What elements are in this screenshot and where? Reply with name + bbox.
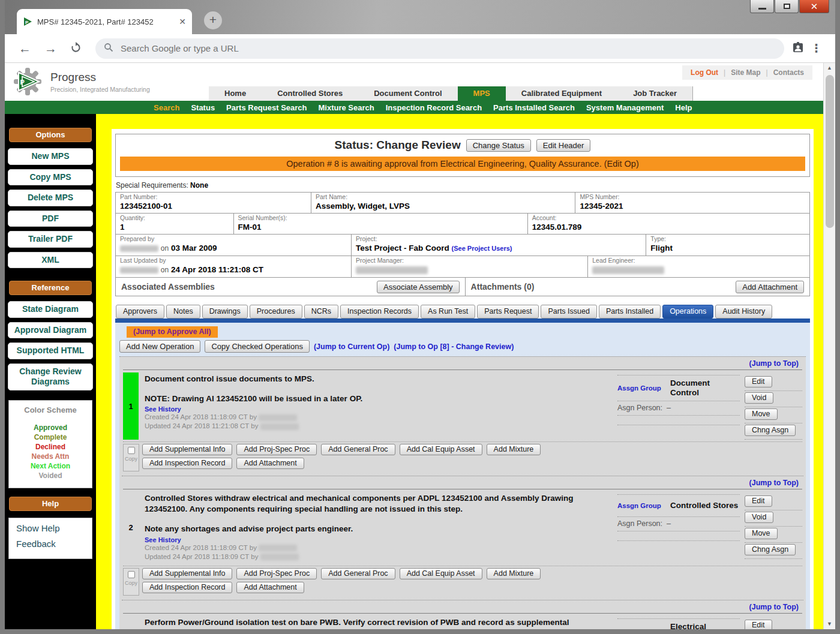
associate-assembly-button[interactable]: Associate Assembly: [377, 281, 460, 293]
copy-checked-operations-button[interactable]: Copy Checked Operations: [205, 340, 309, 353]
sidebar-trailer-pdf-button[interactable]: Trailer PDF: [8, 231, 93, 248]
copy-op-checkbox[interactable]: [128, 571, 135, 578]
add-mixture-button[interactable]: Add Mixture: [487, 568, 541, 579]
jump-current-op-link[interactable]: (Jump to Current Op): [314, 342, 389, 351]
add-new-operation-button[interactable]: Add New Operation: [119, 340, 200, 353]
add-proj-spec-proc-button[interactable]: Add Proj-Spec Proc: [236, 444, 317, 455]
sidebar-copy-mps-button[interactable]: Copy MPS: [8, 169, 93, 186]
url-bar[interactable]: [95, 38, 784, 59]
profile-icon[interactable]: [791, 41, 805, 56]
add-attachment-button[interactable]: Add Attachment: [736, 281, 804, 293]
assgn-group-link[interactable]: Assgn Group: [617, 502, 670, 509]
close-button[interactable]: ✕: [799, 0, 829, 13]
tab-close-icon[interactable]: ✕: [179, 17, 186, 26]
subnav-search[interactable]: Search: [154, 103, 179, 112]
sidebar-new-mps-button[interactable]: New MPS: [8, 148, 93, 165]
tab-inspection-records[interactable]: Inspection Records: [340, 305, 419, 318]
tab-approvers[interactable]: Approvers: [116, 305, 164, 318]
sidebar-change-review-diagrams-button[interactable]: Change Review Diagrams: [8, 363, 93, 390]
chng-asgn-button[interactable]: Chng Asgn: [745, 425, 796, 436]
assgn-group-link[interactable]: Assgn Group: [617, 384, 670, 392]
subnav-mixture-search[interactable]: Mixture Search: [319, 103, 374, 112]
jump-to-top-link[interactable]: (Jump to Top): [749, 603, 799, 611]
edit-op-link[interactable]: (Edit Op): [604, 159, 639, 169]
logout-link[interactable]: Log Out: [691, 68, 718, 77]
move-op-button[interactable]: Move: [745, 528, 778, 539]
browser-tab[interactable]: P MPS# 12345-2021, Part# 123452 ✕: [17, 9, 192, 34]
add-cal-equip-asset-button[interactable]: Add Cal Equip Asset: [400, 444, 482, 455]
subnav-system-management[interactable]: System Management: [586, 103, 664, 112]
add-supplemental-info-button[interactable]: Add Supplemental Info: [142, 568, 232, 579]
nav-home[interactable]: Home: [209, 86, 262, 101]
see-history-link[interactable]: See History: [145, 536, 611, 543]
nav-calibrated-equipment[interactable]: Calibrated Equipment: [506, 86, 617, 101]
back-icon[interactable]: ←: [19, 42, 31, 55]
edit-op-button[interactable]: Edit: [745, 376, 772, 387]
edit-op-button[interactable]: Edit: [745, 495, 772, 507]
tab-audit-history[interactable]: Audit History: [715, 305, 772, 318]
add-proj-spec-proc-button[interactable]: Add Proj-Spec Proc: [236, 568, 317, 579]
vertical-scrollbar[interactable]: ▲ ▼: [823, 63, 835, 629]
scroll-up-icon[interactable]: ▲: [827, 63, 832, 73]
assgn-group-link[interactable]: Assgn Group: [617, 628, 670, 629]
nav-document-control[interactable]: Document Control: [358, 86, 457, 101]
sidebar-approval-diagram-button[interactable]: Approval Diagram: [8, 322, 93, 339]
url-input[interactable]: [119, 43, 776, 54]
subnav-parts-installed-search[interactable]: Parts Installed Search: [493, 103, 575, 112]
void-op-button[interactable]: Void: [745, 392, 773, 404]
add-general-proc-button[interactable]: Add General Proc: [321, 444, 395, 455]
tab-parts-request[interactable]: Parts Request: [477, 305, 539, 318]
change-status-button[interactable]: Change Status: [466, 139, 531, 152]
reload-icon[interactable]: [70, 42, 82, 55]
scroll-down-icon[interactable]: ▼: [827, 619, 832, 629]
nav-job-tracker[interactable]: Job Tracker: [617, 86, 692, 101]
sidebar-pdf-button[interactable]: PDF: [8, 211, 93, 227]
add-inspection-record-button[interactable]: Add Inspection Record: [142, 582, 232, 593]
show-help-link[interactable]: Show Help: [16, 523, 85, 533]
add-supplemental-info-button[interactable]: Add Supplemental Info: [142, 444, 232, 455]
add-mixture-button[interactable]: Add Mixture: [487, 444, 541, 455]
sidebar-delete-mps-button[interactable]: Delete MPS: [8, 190, 93, 206]
add-inspection-record-button[interactable]: Add Inspection Record: [142, 458, 232, 469]
nav-controlled-stores[interactable]: Controlled Stores: [262, 86, 358, 101]
new-tab-button[interactable]: +: [204, 11, 222, 29]
subnav-parts-request-search[interactable]: Parts Request Search: [226, 103, 307, 112]
sidebar-supported-html-button[interactable]: Supported HTML: [8, 342, 93, 359]
maximize-button[interactable]: [775, 0, 799, 13]
tab-as-run-test[interactable]: As Run Test: [421, 305, 475, 318]
scrollbar-thumb[interactable]: [826, 75, 834, 228]
forward-icon[interactable]: →: [44, 42, 57, 55]
browser-menu-icon[interactable]: ⋮: [811, 41, 822, 55]
tab-parts-issued[interactable]: Parts Issued: [541, 305, 596, 318]
subnav-help[interactable]: Help: [675, 103, 692, 112]
contacts-link[interactable]: Contacts: [773, 68, 804, 77]
minimize-button[interactable]: [750, 0, 774, 13]
tab-procedures[interactable]: Procedures: [250, 305, 302, 318]
move-op-button[interactable]: Move: [745, 408, 778, 420]
subnav-status[interactable]: Status: [191, 103, 215, 112]
feedback-link[interactable]: Feedback: [16, 539, 85, 549]
edit-header-button[interactable]: Edit Header: [536, 139, 591, 152]
sidebar-state-diagram-button[interactable]: State Diagram: [8, 301, 93, 318]
add-cal-equip-asset-button[interactable]: Add Cal Equip Asset: [400, 568, 482, 579]
sitemap-link[interactable]: Site Map: [731, 68, 760, 77]
tab-operations[interactable]: Operations: [662, 305, 713, 318]
edit-op-button[interactable]: Edit: [745, 620, 772, 629]
add-general-proc-button[interactable]: Add General Proc: [321, 568, 395, 579]
add-attachment-op-button[interactable]: Add Attachment: [236, 582, 304, 593]
see-history-link[interactable]: See History: [145, 405, 611, 413]
add-attachment-op-button[interactable]: Add Attachment: [236, 458, 304, 469]
nav-mps[interactable]: MPS: [458, 86, 506, 101]
copy-op-checkbox[interactable]: [128, 447, 135, 454]
see-project-users-link[interactable]: (See Project Users): [452, 245, 512, 252]
tab-drawings[interactable]: Drawings: [202, 305, 248, 318]
tab-notes[interactable]: Notes: [166, 305, 200, 318]
sidebar-xml-button[interactable]: XML: [8, 252, 93, 269]
void-op-button[interactable]: Void: [745, 512, 773, 523]
jump-op8-link[interactable]: (Jump to Op [8] - Change Review): [394, 342, 514, 351]
subnav-inspection-record-search[interactable]: Inspection Record Search: [386, 103, 482, 112]
tab-parts-installed[interactable]: Parts Installed: [599, 305, 661, 318]
jump-to-top-link[interactable]: (Jump to Top): [749, 359, 799, 368]
jump-to-top-link[interactable]: (Jump to Top): [749, 479, 799, 487]
chng-asgn-button[interactable]: Chng Asgn: [745, 544, 796, 555]
